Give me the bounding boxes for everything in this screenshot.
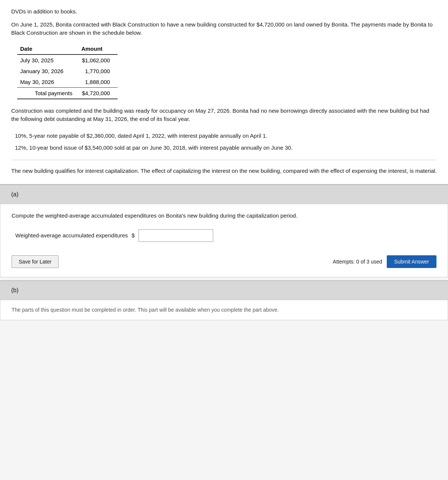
- amount-cell: 1,888,000: [78, 77, 118, 88]
- dvd-line: DVDs in addition to books.: [11, 7, 437, 16]
- dollar-sign: $: [132, 232, 135, 239]
- main-container: DVDs in addition to books. On June 1, 20…: [0, 0, 448, 480]
- attempts-area: Attempts: 0 of 3 used Submit Answer: [333, 255, 436, 268]
- total-row: Total payments $4,720,000: [17, 87, 118, 99]
- section-b-header: (b): [0, 280, 448, 300]
- col-date-header: Date: [17, 43, 78, 54]
- table-row: May 30, 2026 1,888,000: [17, 77, 118, 88]
- section-b-label: (b): [11, 287, 19, 293]
- save-for-later-button[interactable]: Save for Later: [12, 255, 59, 268]
- section-b-body: The parts of this question must be compl…: [0, 300, 448, 320]
- weighted-avg-input[interactable]: [139, 229, 213, 242]
- capitalization-text: The new building qualifies for interest …: [11, 167, 437, 175]
- debt-item-2: 12%, 10-year bond issue of $3,540,000 so…: [15, 143, 437, 152]
- section-a-footer: Save for Later Attempts: 0 of 3 used Sub…: [12, 252, 436, 268]
- section-a-body: Compute the weighted-average accumulated…: [0, 204, 448, 277]
- col-amount-header: Amount: [78, 43, 118, 54]
- date-cell: January 30, 2026: [17, 66, 78, 77]
- completion-text: Construction was completed and the build…: [11, 107, 437, 124]
- payment-table: Date Amount July 30, 2025 $1,062,000 Jan…: [17, 43, 118, 99]
- section-b-instructions: The parts of this question must be compl…: [12, 306, 436, 314]
- intro-paragraph: On June 1, 2025, Bonita contracted with …: [11, 21, 437, 37]
- section-a-label: (a): [11, 191, 19, 197]
- debt-item-1: 10%, 5-year note payable of $2,360,000, …: [15, 131, 437, 140]
- table-row: January 30, 2026 1,770,000: [17, 66, 118, 77]
- total-label: Total payments: [17, 87, 78, 99]
- input-row: Weighted-average accumulated expenditure…: [12, 229, 436, 242]
- weighted-avg-label: Weighted-average accumulated expenditure…: [15, 232, 128, 239]
- table-row: July 30, 2025 $1,062,000: [17, 54, 118, 66]
- amount-cell: 1,770,000: [78, 66, 118, 77]
- amount-cell: $1,062,000: [78, 54, 118, 66]
- capitalization-paragraph: The new building qualifies for interest …: [11, 160, 437, 175]
- top-section: DVDs in addition to books. On June 1, 20…: [0, 0, 448, 184]
- attempts-text: Attempts: 0 of 3 used: [333, 259, 382, 265]
- total-amount: $4,720,000: [78, 87, 118, 99]
- debt-section: Construction was completed and the build…: [11, 107, 437, 152]
- date-cell: May 30, 2026: [17, 77, 78, 88]
- section-a-instructions: Compute the weighted-average accumulated…: [12, 212, 436, 220]
- date-cell: July 30, 2025: [17, 54, 78, 66]
- section-a-header: (a): [0, 184, 448, 204]
- submit-answer-button[interactable]: Submit Answer: [387, 255, 436, 268]
